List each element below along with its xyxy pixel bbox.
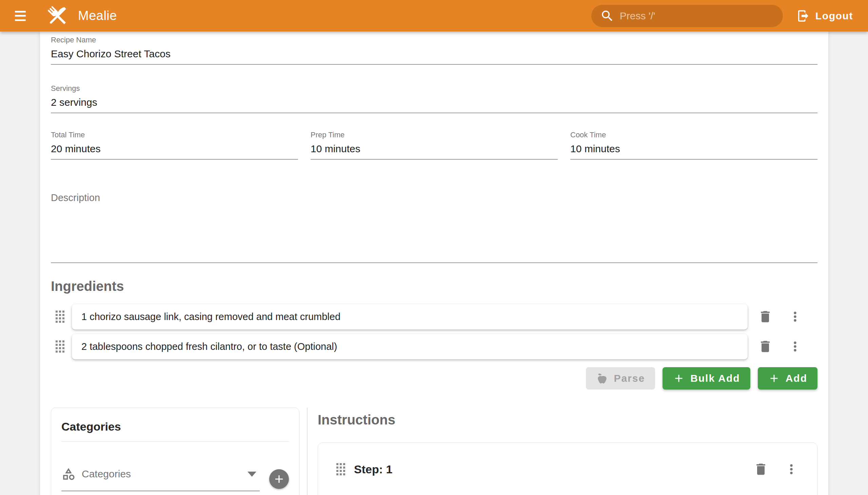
cook-time-value[interactable]: 10 minutes — [570, 143, 817, 155]
recipe-name-field[interactable]: Recipe Name Easy Chorizo Street Tacos — [51, 33, 817, 65]
ingredient-row: 1 chorizo sausage link, casing removed a… — [51, 304, 817, 330]
plus-icon — [768, 372, 780, 385]
recipe-editor-card: Recipe Name Easy Chorizo Street Tacos Se… — [40, 32, 828, 495]
plus-icon — [673, 372, 685, 385]
ingredient-input[interactable]: 1 chorizo sausage link, casing removed a… — [72, 304, 748, 329]
app-bar: Mealie Logout — [0, 0, 868, 32]
cook-time-label: Cook Time — [570, 128, 817, 139]
servings-field[interactable]: Servings 2 servings — [51, 82, 817, 113]
description-value[interactable] — [51, 203, 817, 259]
logout-label: Logout — [815, 10, 853, 22]
categories-heading: Categories — [62, 420, 289, 433]
bulk-add-button[interactable]: Bulk Add — [663, 367, 750, 390]
ingredient-menu-button[interactable] — [785, 336, 805, 357]
categories-column: Categories Categories — [51, 408, 307, 495]
instructions-heading: Instructions — [318, 412, 817, 428]
parse-button[interactable]: Parse — [586, 367, 655, 390]
kebab-menu-icon — [788, 309, 803, 324]
delete-ingredient-button[interactable] — [755, 336, 776, 357]
prep-time-label: Prep Time — [310, 128, 558, 139]
recipe-name-label: Recipe Name — [51, 33, 817, 45]
chevron-down-icon[interactable] — [248, 472, 256, 477]
total-time-value[interactable]: 20 minutes — [51, 143, 298, 155]
search-icon — [600, 9, 614, 23]
kebab-menu-icon — [784, 462, 799, 477]
step-header: Step: 1 — [331, 459, 804, 479]
step-menu-button[interactable] — [781, 459, 802, 479]
mealie-logo-icon — [46, 4, 70, 28]
add-category-button[interactable] — [269, 469, 289, 489]
recipe-edit-page: Recipe Name Easy Chorizo Street Tacos Se… — [0, 32, 868, 495]
categories-select[interactable]: Categories — [62, 467, 260, 491]
logout-icon — [797, 9, 810, 23]
cook-time-field[interactable]: Cook Time 10 minutes — [570, 128, 817, 160]
step-title: Step: 1 — [354, 463, 392, 476]
total-time-label: Total Time — [51, 128, 298, 139]
description-label: Description — [51, 192, 817, 203]
bulk-add-label: Bulk Add — [690, 373, 740, 384]
trash-icon — [758, 339, 773, 354]
instructions-column: Instructions Step: 1 — [308, 408, 817, 495]
shapes-icon — [62, 467, 75, 481]
add-label: Add — [786, 373, 807, 384]
trash-icon — [753, 462, 768, 477]
ingredients-heading: Ingredients — [51, 279, 817, 294]
total-time-field[interactable]: Total Time 20 minutes — [51, 128, 298, 160]
parse-label: Parse — [614, 373, 645, 384]
ingredient-input[interactable]: 2 tablespoons chopped fresh cilantro, or… — [72, 334, 748, 359]
description-field[interactable]: Description — [51, 192, 817, 263]
drag-handle-icon[interactable] — [336, 463, 345, 475]
logout-button[interactable]: Logout — [795, 6, 855, 26]
delete-step-button[interactable] — [751, 459, 771, 479]
times-row: Total Time 20 minutes Prep Time 10 minut… — [51, 128, 817, 160]
prep-time-field[interactable]: Prep Time 10 minutes — [310, 128, 558, 160]
bottom-section: Categories Categories — [51, 408, 817, 495]
ingredient-list: 1 chorizo sausage link, casing removed a… — [51, 304, 817, 360]
servings-value[interactable]: 2 servings — [51, 96, 817, 108]
drag-handle-icon[interactable] — [56, 310, 64, 323]
servings-label: Servings — [51, 82, 817, 93]
ingredient-menu-button[interactable] — [785, 307, 805, 327]
search-box[interactable] — [591, 5, 783, 27]
divider — [62, 441, 289, 442]
trash-icon — [758, 309, 773, 324]
recipe-name-value[interactable]: Easy Chorizo Street Tacos — [51, 48, 817, 60]
categories-card: Categories Categories — [51, 408, 300, 495]
search-input[interactable] — [620, 10, 774, 22]
delete-ingredient-button[interactable] — [755, 307, 776, 327]
prep-time-value[interactable]: 10 minutes — [310, 143, 558, 155]
categories-select-label: Categories — [82, 468, 131, 480]
step-card: Step: 1 Combine crum — [318, 442, 817, 495]
ingredient-actions: Parse Bulk Add Add — [51, 367, 817, 390]
hamburger-menu-icon[interactable] — [13, 10, 28, 22]
app-title: Mealie — [78, 8, 117, 23]
add-button[interactable]: Add — [758, 367, 817, 390]
apple-icon — [596, 372, 608, 385]
drag-handle-icon[interactable] — [56, 340, 64, 353]
plus-icon — [273, 473, 286, 485]
categories-select-row: Categories — [62, 467, 289, 491]
ingredient-row: 2 tablespoons chopped fresh cilantro, or… — [51, 333, 817, 360]
kebab-menu-icon — [788, 339, 803, 354]
